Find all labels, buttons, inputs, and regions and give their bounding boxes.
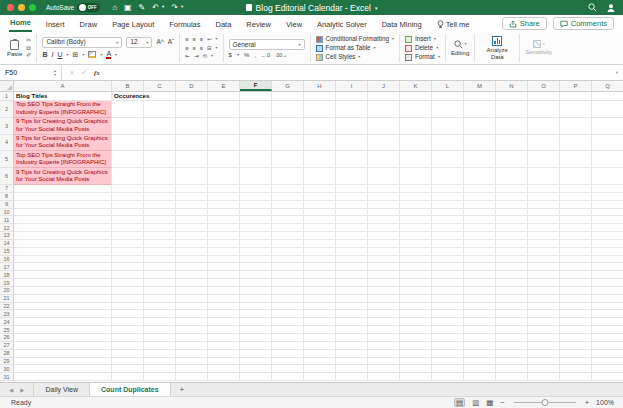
cell-K23[interactable]: [400, 310, 432, 318]
cell-C31[interactable]: [144, 373, 176, 381]
cell-D16[interactable]: [176, 256, 208, 264]
row-header-22[interactable]: 22: [0, 303, 14, 311]
save-icon[interactable]: ▣: [124, 4, 132, 12]
font-color-icon[interactable]: A: [106, 50, 111, 59]
cell-I23[interactable]: [336, 310, 368, 318]
cell-L20[interactable]: [432, 287, 464, 295]
cell-G13[interactable]: [272, 232, 304, 240]
cell-Q9[interactable]: [592, 201, 623, 209]
cell-M25[interactable]: [464, 326, 496, 334]
cell-E15[interactable]: [208, 248, 240, 256]
cell-M12[interactable]: [464, 224, 496, 232]
column-header-E[interactable]: E: [208, 81, 240, 91]
cell-A20[interactable]: [14, 287, 112, 295]
cell-A19[interactable]: [14, 279, 112, 287]
cell-C15[interactable]: [144, 248, 176, 256]
row-header-2[interactable]: 2: [0, 101, 14, 118]
cell-D7[interactable]: [176, 185, 208, 193]
cell-D3[interactable]: [176, 118, 208, 135]
cell-H18[interactable]: [304, 271, 336, 279]
row-header-4[interactable]: 4: [0, 135, 14, 152]
cell-J12[interactable]: [368, 224, 400, 232]
expand-formula-bar-icon[interactable]: ▾: [616, 70, 623, 75]
cell-O13[interactable]: [528, 232, 560, 240]
cell-H21[interactable]: [304, 295, 336, 303]
cell-N5[interactable]: [496, 151, 528, 168]
cell-D27[interactable]: [176, 342, 208, 350]
cell-L23[interactable]: [432, 310, 464, 318]
cell-F3[interactable]: [240, 118, 272, 135]
cell-H25[interactable]: [304, 326, 336, 334]
cell-D13[interactable]: [176, 232, 208, 240]
cell-I9[interactable]: [336, 201, 368, 209]
row-header-31[interactable]: 31: [0, 373, 14, 381]
cell-L13[interactable]: [432, 232, 464, 240]
borders-chevron-icon[interactable]: ▾: [82, 53, 84, 57]
cell-F16[interactable]: [240, 256, 272, 264]
cell-A26[interactable]: [14, 334, 112, 342]
cell-F23[interactable]: [240, 310, 272, 318]
cell-C17[interactable]: [144, 263, 176, 271]
cell-H6[interactable]: [304, 168, 336, 185]
decrease-indent-icon[interactable]: ⇤: [185, 53, 190, 60]
cell-B11[interactable]: [112, 216, 144, 224]
row-header-12[interactable]: 12: [0, 224, 14, 232]
cell-A23[interactable]: [14, 310, 112, 318]
tab-draw[interactable]: Draw: [79, 17, 99, 32]
cell-Q21[interactable]: [592, 295, 623, 303]
cell-C16[interactable]: [144, 256, 176, 264]
cell-A8[interactable]: [14, 193, 112, 201]
cell-P9[interactable]: [560, 201, 592, 209]
row-header-20[interactable]: 20: [0, 287, 14, 295]
cell-Q30[interactable]: [592, 365, 623, 373]
close-window-button[interactable]: [7, 4, 14, 11]
column-header-F[interactable]: F: [240, 81, 272, 91]
font-name-select[interactable]: Calibri (Body) ▾: [42, 37, 122, 48]
cell-K5[interactable]: [400, 151, 432, 168]
cell-E9[interactable]: [208, 201, 240, 209]
cell-K8[interactable]: [400, 193, 432, 201]
cell-D28[interactable]: [176, 350, 208, 358]
cell-N6[interactable]: [496, 168, 528, 185]
cell-J9[interactable]: [368, 201, 400, 209]
column-header-I[interactable]: I: [336, 81, 368, 91]
sheet-tab-count-duplicates[interactable]: Count Duplicates: [90, 383, 171, 396]
cell-H20[interactable]: [304, 287, 336, 295]
cell-P14[interactable]: [560, 240, 592, 248]
cell-K12[interactable]: [400, 224, 432, 232]
cell-O23[interactable]: [528, 310, 560, 318]
cell-E16[interactable]: [208, 256, 240, 264]
cell-H4[interactable]: [304, 135, 336, 152]
cell-D23[interactable]: [176, 310, 208, 318]
cell-O7[interactable]: [528, 185, 560, 193]
cell-I10[interactable]: [336, 209, 368, 217]
conditional-formatting-button[interactable]: Conditional Formatting ▾: [316, 36, 394, 43]
cell-D30[interactable]: [176, 365, 208, 373]
cell-D20[interactable]: [176, 287, 208, 295]
row-header-10[interactable]: 10: [0, 209, 14, 217]
cell-E31[interactable]: [208, 373, 240, 381]
cell-M29[interactable]: [464, 358, 496, 366]
cell-F27[interactable]: [240, 342, 272, 350]
cell-M4[interactable]: [464, 135, 496, 152]
cell-C21[interactable]: [144, 295, 176, 303]
underline-button[interactable]: U: [57, 51, 62, 58]
cell-B19[interactable]: [112, 279, 144, 287]
cell-H5[interactable]: [304, 151, 336, 168]
cell-B20[interactable]: [112, 287, 144, 295]
cell-B8[interactable]: [112, 193, 144, 201]
cell-O15[interactable]: [528, 248, 560, 256]
cell-L10[interactable]: [432, 209, 464, 217]
cell-H26[interactable]: [304, 334, 336, 342]
cell-C26[interactable]: [144, 334, 176, 342]
cell-F4[interactable]: [240, 135, 272, 152]
cell-K22[interactable]: [400, 303, 432, 311]
cell-G24[interactable]: [272, 318, 304, 326]
cell-D10[interactable]: [176, 209, 208, 217]
cell-F2[interactable]: [240, 101, 272, 118]
cell-P28[interactable]: [560, 350, 592, 358]
cell-J10[interactable]: [368, 209, 400, 217]
cell-I17[interactable]: [336, 263, 368, 271]
cell-B9[interactable]: [112, 201, 144, 209]
cell-D2[interactable]: [176, 101, 208, 118]
